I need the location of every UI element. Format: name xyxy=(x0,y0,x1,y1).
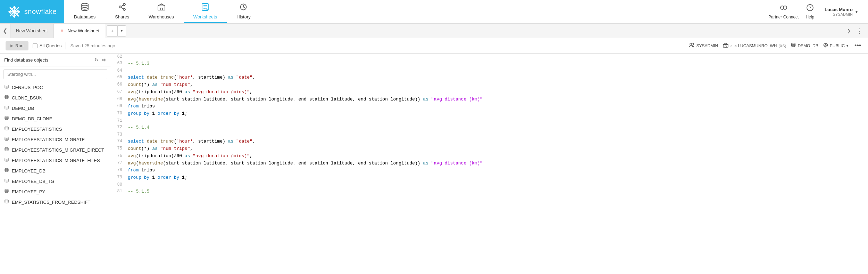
run-button[interactable]: ▶ Run xyxy=(6,41,28,50)
line-content: -- 5.1.4 xyxy=(128,124,868,131)
nav-item-history[interactable]: History xyxy=(227,0,260,23)
svg-point-45 xyxy=(5,137,8,138)
code-editor[interactable]: 62 63 -- 5.1.3 64 65 select date_trunc('… xyxy=(111,54,868,274)
shares-icon xyxy=(118,3,126,13)
svg-line-17 xyxy=(121,7,123,9)
code-line: 81 -- 5.1.5 xyxy=(111,188,868,195)
tab-bar: ❮ New Worksheet ✕ New Worksheet + ▾ ❯ ⋮ xyxy=(0,24,868,38)
nav-item-warehouses[interactable]: Warehouses xyxy=(139,0,184,23)
line-number: 64 xyxy=(111,67,128,74)
warehouse-size: (XS) xyxy=(778,44,786,48)
list-item[interactable]: EMPLOYEESTATISTICS_MIGRATE_FILES xyxy=(0,155,111,166)
list-item[interactable]: EMPLOYEE_PY xyxy=(0,186,111,197)
code-line: 68 avg(haversine(start_station_latitude,… xyxy=(111,96,868,103)
line-number: 66 xyxy=(111,81,128,88)
all-queries-label: All Queries xyxy=(40,43,62,48)
code-line: 69 from trips xyxy=(111,103,868,110)
tab-menu-button[interactable]: ⋮ xyxy=(854,26,865,36)
nav-item-shares[interactable]: Shares xyxy=(105,0,139,23)
partner-connect-label: Partner Connect xyxy=(768,15,799,19)
list-item[interactable]: CLONE_BSUN xyxy=(0,92,111,103)
line-content: group by 1 order by 1; xyxy=(128,174,868,182)
logo-area: snowflake xyxy=(0,0,64,23)
code-line: 78 from trips xyxy=(111,167,868,174)
schema-selector[interactable]: PUBLIC ▾ xyxy=(823,43,848,49)
db-list-label: EMPLOYEESTATISTICS_MIGRATE_FILES xyxy=(12,158,100,163)
db-list-icon xyxy=(4,126,9,132)
line-content: avg(haversine(start_station_latitude, st… xyxy=(128,160,868,167)
all-queries-area: All Queries xyxy=(33,43,62,48)
search-input[interactable] xyxy=(3,69,107,79)
db-list-label: EMPLOYEE_PY xyxy=(12,189,45,194)
warehouse-circle: ○ xyxy=(730,44,733,48)
nav-item-worksheets[interactable]: Worksheets xyxy=(184,0,227,23)
code-line: 75 count(*) as "num trips", xyxy=(111,145,868,153)
partner-connect-btn[interactable]: Partner Connect xyxy=(768,4,799,19)
svg-point-47 xyxy=(5,158,8,159)
tab-close-icon[interactable]: ✕ xyxy=(59,28,65,34)
help-button[interactable]: ? Help xyxy=(806,4,814,19)
line-content: count(*) as "num trips", xyxy=(128,145,868,153)
list-item[interactable]: EMP_STATISTICS_FROM_REDSHIFT xyxy=(0,197,111,207)
line-number: 76 xyxy=(111,153,128,159)
code-editor-area: 62 63 -- 5.1.3 64 65 select date_trunc('… xyxy=(111,54,868,274)
tab-label-1: New Worksheet xyxy=(16,28,48,33)
database-selector[interactable]: DEMO_DB xyxy=(791,43,818,49)
list-item[interactable]: EMPLOYEESTATISTICS_MIGRATE_DIRECT xyxy=(0,145,111,155)
databases-icon xyxy=(81,3,89,13)
db-list-label: EMPLOYEESTATISTICS_MIGRATE xyxy=(12,137,85,142)
line-number: 81 xyxy=(111,188,128,195)
line-content: -- 5.1.3 xyxy=(128,60,868,67)
nav-item-databases[interactable]: Databases xyxy=(64,0,105,23)
tab-add-button[interactable]: + xyxy=(107,25,118,37)
user-area[interactable]: Lucas Munro SYSADMIN ▾ xyxy=(821,7,861,16)
nav-label-shares: Shares xyxy=(115,14,129,19)
role-label: SYSADMIN xyxy=(696,43,718,48)
warehouse-icon xyxy=(723,43,728,49)
snowflake-icon xyxy=(8,5,21,18)
tab-new-worksheet-2[interactable]: ✕ New Worksheet xyxy=(54,24,106,38)
user-info: Lucas Munro SYSADMIN xyxy=(825,7,853,16)
list-item[interactable]: EMPLOYEE_DB_TG xyxy=(0,176,111,186)
warehouse-selector[interactable]: ○ ○ LUCASMUNRO_WH (XS) xyxy=(723,43,786,49)
top-nav: snowflake Databases Shares Warehouses xyxy=(0,0,868,24)
tab-new-worksheet-1[interactable]: New Worksheet xyxy=(10,24,54,38)
line-number: 63 xyxy=(111,60,128,67)
role-selector[interactable]: SYSADMIN xyxy=(689,43,718,49)
sidebar-actions: ↻ ≪ xyxy=(94,57,107,63)
tab-dropdown-button[interactable]: ▾ xyxy=(118,25,126,37)
code-line: 63 -- 5.1.3 xyxy=(111,60,868,67)
list-item[interactable]: EMPLOYEE_DB xyxy=(0,166,111,176)
logo-text: snowflake xyxy=(24,8,57,16)
line-content: avg(haversine(start_station_latitude, st… xyxy=(128,96,868,103)
schema-icon xyxy=(823,43,828,49)
line-content: -- 5.1.5 xyxy=(128,188,868,195)
refresh-button[interactable]: ↻ xyxy=(94,57,99,63)
db-list-label: DEMO_DB xyxy=(12,106,34,111)
svg-point-33 xyxy=(792,43,795,45)
list-item[interactable]: DEMO_DB_CLONE xyxy=(0,113,111,124)
svg-point-15 xyxy=(123,8,125,10)
all-queries-checkbox[interactable] xyxy=(33,43,37,48)
nav-label-worksheets: Worksheets xyxy=(193,14,217,19)
tab-nav-next-button[interactable]: ❯ xyxy=(844,26,854,36)
list-item[interactable]: EMPLOYEESTATISTICS_MIGRATE xyxy=(0,134,111,145)
worksheets-icon xyxy=(201,3,209,13)
svg-point-12 xyxy=(81,3,88,6)
db-list-label: CLONE_BSUN xyxy=(12,95,42,100)
db-list-label: EMPLOYEE_DB_TG xyxy=(12,179,54,184)
list-item[interactable]: DEMO_DB xyxy=(0,103,111,113)
line-number: 72 xyxy=(111,124,128,131)
toolbar-right: SYSADMIN ○ ○ LUCASMUNRO_WH (XS) DEMO_DB … xyxy=(689,42,862,49)
line-content: group by 1 order by 1; xyxy=(128,110,868,118)
more-options-button[interactable]: ••• xyxy=(853,42,862,49)
tab-prev-button[interactable]: ❮ xyxy=(0,24,10,38)
line-number: 77 xyxy=(111,160,128,167)
code-line: 66 count(*) as "num trips", xyxy=(111,81,868,89)
run-label: Run xyxy=(15,43,24,48)
snowflake-logo[interactable]: snowflake xyxy=(8,5,57,18)
list-item[interactable]: CENSUS_POC xyxy=(0,82,111,92)
collapse-button[interactable]: ≪ xyxy=(101,57,107,63)
list-item[interactable]: EMPLOYEESTATISTICS xyxy=(0,124,111,134)
main-content: Find database objects ↻ ≪ CENSUS_POC CLO… xyxy=(0,54,868,274)
